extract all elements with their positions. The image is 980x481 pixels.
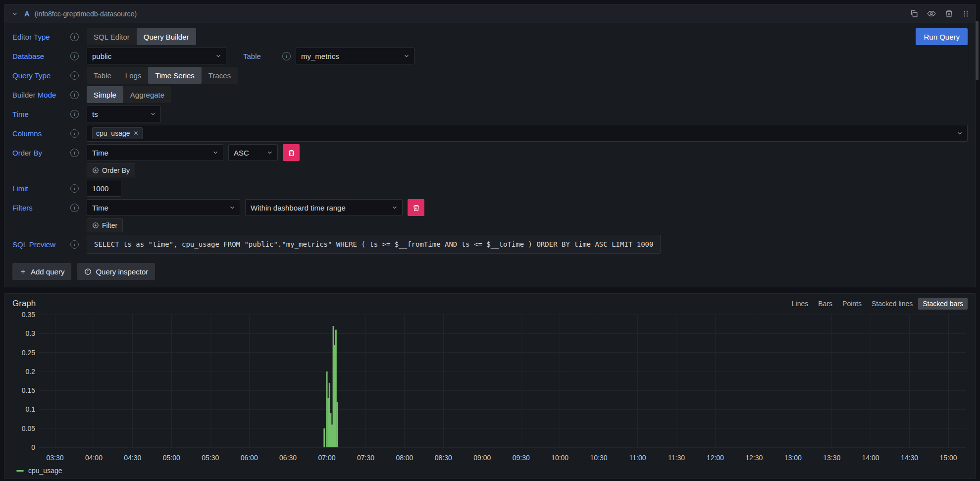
option-time-series[interactable]: Time Series bbox=[148, 67, 201, 84]
query-builder-form: Editor Type i SQL EditorQuery Builder Ru… bbox=[4, 23, 976, 257]
datasource-name: (info8fcc-greptimedb-datasource) bbox=[35, 10, 137, 18]
remove-filter-button[interactable] bbox=[408, 199, 424, 216]
scrollbar-thumb[interactable] bbox=[976, 21, 979, 80]
duplicate-query-icon[interactable] bbox=[910, 9, 918, 18]
bar-cpu_usage[interactable] bbox=[329, 383, 330, 447]
bar-cpu_usage[interactable] bbox=[335, 330, 337, 447]
x-axis-tick-label: 08:00 bbox=[396, 454, 413, 462]
bar-cpu_usage[interactable] bbox=[326, 372, 328, 447]
form-row-query-type: Query Type i TableLogsTime SeriesTraces bbox=[12, 67, 968, 84]
remove-column-icon[interactable] bbox=[134, 130, 139, 136]
order-by-direction-value: ASC bbox=[234, 149, 249, 157]
database-select[interactable]: public bbox=[87, 48, 226, 64]
collapse-chevron-icon[interactable] bbox=[10, 9, 19, 18]
info-icon[interactable]: i bbox=[282, 52, 291, 60]
editor-type-group: SQL EditorQuery Builder bbox=[87, 28, 196, 45]
x-axis-tick-label: 15:00 bbox=[939, 454, 957, 462]
remove-order-by-button[interactable] bbox=[283, 144, 300, 161]
chevron-down-icon bbox=[229, 204, 236, 211]
option-bars[interactable]: Bars bbox=[814, 298, 837, 310]
chevron-down-icon bbox=[403, 53, 410, 59]
limit-input[interactable] bbox=[87, 180, 121, 197]
option-stacked-lines[interactable]: Stacked lines bbox=[867, 298, 917, 310]
drag-handle-icon[interactable] bbox=[962, 10, 970, 18]
legend-series-label[interactable]: cpu_usage bbox=[28, 467, 62, 475]
option-traces[interactable]: Traces bbox=[202, 67, 238, 84]
x-axis-tick-label: 10:30 bbox=[590, 454, 608, 462]
bar-cpu_usage[interactable] bbox=[327, 398, 329, 447]
sql-preview-label: SQL Preview i bbox=[12, 240, 79, 249]
y-axis-tick-label: 0.35 bbox=[22, 311, 35, 319]
info-icon[interactable]: i bbox=[70, 149, 79, 157]
time-column-select[interactable]: ts bbox=[87, 106, 161, 122]
query-inspector-button[interactable]: Query inspector bbox=[77, 263, 155, 280]
query-ref-letter: A bbox=[24, 9, 30, 18]
filter-field-select[interactable]: Time bbox=[87, 199, 240, 216]
add-query-button[interactable]: Add query bbox=[12, 263, 71, 280]
graph-legend: cpu_usage bbox=[9, 465, 971, 476]
columns-multiselect[interactable]: cpu_usage bbox=[87, 125, 968, 142]
time-column-value: ts bbox=[92, 110, 98, 118]
trash-icon bbox=[288, 149, 295, 157]
add-order-by-button[interactable]: Order By bbox=[87, 163, 135, 177]
option-aggregate[interactable]: Aggregate bbox=[123, 86, 171, 103]
graph-canvas[interactable]: 00.050.10.150.20.250.30.3503:3004:0004:3… bbox=[9, 311, 970, 465]
option-stacked-bars[interactable]: Stacked bars bbox=[918, 298, 968, 310]
bar-cpu_usage[interactable] bbox=[334, 345, 335, 447]
graph-panel: Graph LinesBarsPointsStacked linesStacke… bbox=[4, 293, 976, 479]
info-icon[interactable]: i bbox=[70, 33, 79, 41]
info-icon[interactable]: i bbox=[70, 52, 79, 60]
bar-cpu_usage[interactable] bbox=[330, 413, 331, 447]
y-axis-tick-label: 0.15 bbox=[22, 386, 35, 394]
info-icon[interactable]: i bbox=[70, 71, 79, 80]
filter-field-value: Time bbox=[92, 204, 108, 212]
add-filter-button[interactable]: Filter bbox=[87, 218, 123, 232]
x-axis-tick-label: 13:30 bbox=[823, 454, 840, 462]
x-axis-tick-label: 10:00 bbox=[551, 454, 568, 462]
run-query-button[interactable]: Run Query bbox=[916, 28, 968, 45]
option-table[interactable]: Table bbox=[87, 67, 118, 84]
info-icon[interactable]: i bbox=[70, 184, 79, 193]
bar-cpu_usage[interactable] bbox=[333, 326, 334, 447]
option-query-builder[interactable]: Query Builder bbox=[137, 28, 196, 45]
order-by-field-select[interactable]: Time bbox=[87, 144, 223, 161]
info-icon[interactable]: i bbox=[70, 91, 79, 99]
info-icon[interactable]: i bbox=[70, 110, 79, 118]
table-select[interactable]: my_metrics bbox=[296, 48, 414, 64]
database-label: Database i bbox=[12, 52, 79, 60]
x-axis-tick-label: 06:00 bbox=[241, 454, 258, 462]
column-tag-label: cpu_usage bbox=[96, 129, 130, 137]
filter-condition-select[interactable]: Within dashboard time range bbox=[245, 199, 403, 216]
form-row-columns: Columns i cpu_usage bbox=[12, 125, 968, 142]
x-axis-tick-label: 07:00 bbox=[318, 454, 336, 462]
delete-query-trash-icon[interactable] bbox=[945, 9, 953, 18]
x-axis-tick-label: 06:30 bbox=[279, 454, 297, 462]
form-row-add-order-by: Order By bbox=[12, 163, 968, 177]
chevron-down-icon bbox=[215, 53, 222, 59]
hide-query-eye-icon[interactable] bbox=[927, 9, 936, 18]
info-icon[interactable]: i bbox=[70, 129, 79, 138]
order-by-direction-select[interactable]: ASC bbox=[228, 144, 278, 161]
form-row-order-by: Order By i Time ASC bbox=[12, 144, 968, 161]
option-logs[interactable]: Logs bbox=[118, 67, 149, 84]
bar-cpu_usage[interactable] bbox=[336, 402, 338, 447]
option-points[interactable]: Points bbox=[838, 298, 866, 310]
info-icon[interactable]: i bbox=[70, 204, 79, 212]
option-lines[interactable]: Lines bbox=[787, 298, 813, 310]
y-axis-tick-label: 0.05 bbox=[22, 425, 35, 432]
info-icon[interactable]: i bbox=[70, 240, 79, 249]
x-axis-tick-label: 07:30 bbox=[357, 454, 374, 462]
order-by-field-value: Time bbox=[92, 149, 108, 157]
option-simple[interactable]: Simple bbox=[87, 86, 123, 103]
table-value: my_metrics bbox=[301, 52, 339, 60]
bar-cpu_usage[interactable] bbox=[323, 428, 325, 447]
x-axis-tick-label: 11:30 bbox=[668, 454, 685, 462]
limit-label: Limit i bbox=[12, 184, 79, 193]
y-axis-tick-label: 0.3 bbox=[26, 329, 36, 337]
chevron-down-icon bbox=[266, 149, 273, 156]
form-row-builder-mode: Builder Mode i SimpleAggregate bbox=[12, 86, 968, 103]
y-axis-tick-label: 0 bbox=[31, 443, 35, 451]
chevron-down-icon bbox=[212, 149, 219, 156]
bar-cpu_usage[interactable] bbox=[331, 425, 333, 447]
option-sql-editor[interactable]: SQL Editor bbox=[87, 28, 137, 45]
